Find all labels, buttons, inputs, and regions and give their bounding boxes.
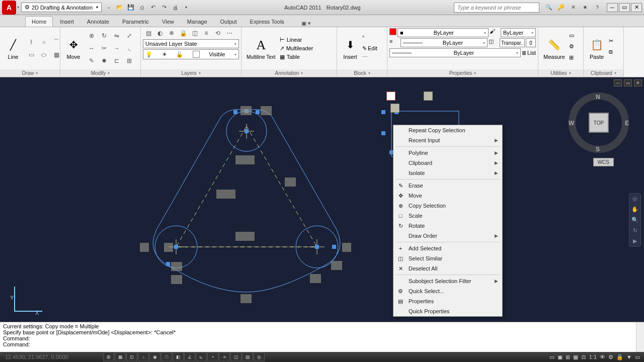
viewcube[interactable]: TOP N E S W	[569, 93, 629, 153]
close-button[interactable]: ✕	[631, 3, 642, 12]
ctx-isolate[interactable]: Isolate▶	[393, 168, 502, 178]
tab-annotate[interactable]: Annotate	[81, 17, 115, 27]
table-button[interactable]: ▦Table	[280, 54, 313, 60]
rect-icon[interactable]: ▭	[25, 49, 37, 61]
edit-block-button[interactable]: ✎Edit	[362, 45, 377, 52]
move-button[interactable]: ✥ Move	[62, 36, 85, 61]
ctx-rotate[interactable]: ↻Rotate	[393, 221, 502, 231]
ctx-clipboard[interactable]: Clipboard▶	[393, 158, 502, 168]
ctx-polyline[interactable]: Polyline▶	[393, 148, 502, 158]
pan-icon[interactable]: ✋	[631, 206, 638, 213]
linetype-combo[interactable]: ───── ByLayer	[400, 38, 488, 47]
viewcube-e[interactable]: E	[625, 120, 629, 127]
workspace-selector[interactable]: ⚙ 2D Drafting & Annotation ▾	[21, 3, 102, 12]
array-icon[interactable]: ⊞	[123, 55, 135, 67]
match-props-icon[interactable]: 🖌	[490, 28, 500, 37]
ctx-add-selected[interactable]: +Add Selected	[393, 243, 502, 253]
lwt-icon[interactable]: ≡	[219, 352, 230, 361]
copy-clip-icon[interactable]: ⧉	[609, 49, 619, 59]
plotstyle-combo[interactable]: ───── ByLayer	[389, 48, 521, 57]
ctx-repeat-copy-selection[interactable]: Repeat Copy Selection	[393, 125, 502, 135]
exchange-icon[interactable]: ✕	[569, 3, 578, 12]
qselect-icon[interactable]: ⚙	[569, 43, 579, 53]
tpy-icon[interactable]: ◫	[230, 352, 242, 361]
insert-button[interactable]: ⬇ Insert	[339, 36, 361, 61]
viewcube-w[interactable]: W	[569, 120, 574, 127]
lineweight-combo[interactable]: ByLayer	[501, 28, 536, 37]
ribbon-toggle-icon[interactable]: ▣ ▾	[301, 20, 311, 27]
layer-state-combo[interactable]: Unsaved Layer State	[143, 39, 239, 48]
wcs-badge[interactable]: WCS	[593, 158, 614, 166]
color-combo[interactable]: ■ ByLayer	[397, 28, 489, 37]
paste-button[interactable]: 📋 Paste	[586, 36, 608, 61]
ctx-quick-properties[interactable]: Quick Properties	[393, 306, 502, 316]
explode-icon[interactable]: ✹	[98, 55, 110, 67]
transp-value[interactable]	[526, 38, 536, 47]
panel-properties-title[interactable]: Properties	[387, 69, 538, 77]
list-button[interactable]: ≣List	[522, 48, 536, 57]
print-icon[interactable]: 🖨	[170, 3, 180, 13]
copy-icon[interactable]: ⊕	[86, 30, 98, 42]
constraint-marker[interactable]	[386, 92, 395, 101]
transp-icon[interactable]: ◫	[489, 38, 499, 47]
layer-freeze-icon[interactable]: ❄	[166, 28, 177, 38]
help-icon[interactable]: ?	[593, 3, 602, 12]
annovis-icon[interactable]: 👁	[600, 354, 605, 360]
layout-button[interactable]: ▣	[557, 354, 562, 360]
linear-button[interactable]: ⊢Linear	[280, 37, 313, 43]
binoculars-icon[interactable]: 🔍	[544, 3, 553, 12]
ctx-deselect-all[interactable]: ✕Deselect All	[393, 263, 502, 274]
extend-icon[interactable]: →	[111, 42, 123, 54]
maximize-button[interactable]: ▭	[619, 3, 630, 12]
panel-layers-title[interactable]: Layers	[141, 69, 241, 77]
ctx-select-similar[interactable]: ◫Select Similar	[393, 253, 502, 263]
model-button[interactable]: ▭	[549, 354, 554, 360]
panel-modify-title[interactable]: Modify	[60, 69, 140, 77]
ellipse-icon[interactable]: ⬭	[38, 49, 50, 61]
command-line[interactable]: Current settings: Copy mode = Multiple S…	[0, 322, 644, 352]
mtext-button[interactable]: A Multiline Text	[244, 36, 279, 61]
tab-insert[interactable]: Insert	[54, 17, 80, 27]
infer-icon[interactable]: ⊞	[103, 352, 114, 361]
circle-icon[interactable]: ○	[38, 36, 50, 48]
star-icon[interactable]: ★	[581, 3, 590, 12]
cut-icon[interactable]: ✂	[609, 38, 619, 48]
cmdline-scrollbar[interactable]	[636, 322, 644, 352]
redo-icon[interactable]: ↷	[159, 3, 169, 13]
color-swatch[interactable]	[389, 28, 396, 35]
ctx-properties[interactable]: ▤Properties	[393, 296, 502, 306]
panel-utilities-title[interactable]: Utilities	[538, 69, 583, 77]
panel-clipboard-title[interactable]: Clipboard	[584, 69, 623, 77]
block-more-icon[interactable]: ⋯	[362, 54, 374, 64]
hardware-icon[interactable]: ▼	[626, 354, 632, 360]
measure-button[interactable]: 📏 Measure	[540, 36, 568, 61]
layer-lock-icon[interactable]: 🔒	[178, 28, 189, 38]
layer-off-icon[interactable]: ◐	[154, 28, 166, 38]
ctx-recent-input[interactable]: Recent Input▶	[393, 135, 502, 145]
sc-icon[interactable]: ◎	[254, 352, 265, 361]
dropdown-icon[interactable]: ▾	[181, 3, 191, 13]
snap-icon[interactable]: ▦	[115, 352, 126, 361]
ducs-icon[interactable]: ⊾	[196, 352, 207, 361]
create-block-icon[interactable]: ▫	[362, 33, 374, 43]
ctx-move[interactable]: ✥Move	[393, 191, 502, 201]
viewcube-n[interactable]: N	[596, 94, 600, 101]
tab-view[interactable]: View	[156, 17, 180, 27]
polyline-icon[interactable]: ⌇	[25, 36, 37, 48]
key-icon[interactable]: 🔑	[556, 3, 566, 12]
trim-icon[interactable]: ✂	[98, 42, 110, 54]
dyn-icon[interactable]: +	[207, 352, 218, 361]
tab-parametric[interactable]: Parametric	[116, 17, 155, 27]
annoscale-icon[interactable]: ⚖	[581, 354, 586, 360]
transp-input[interactable]	[500, 38, 525, 47]
layer-props-icon[interactable]: ▤	[143, 28, 154, 38]
app-menu-icon[interactable]: A	[2, 1, 16, 15]
stretch-icon[interactable]: ↔	[86, 42, 98, 54]
panel-draw-title[interactable]: Draw	[0, 69, 60, 77]
open-icon[interactable]: 📂	[115, 3, 125, 13]
undo-icon[interactable]: ↶	[148, 3, 158, 13]
layer-prev-icon[interactable]: ⟲	[212, 28, 223, 38]
3dosnap-icon[interactable]: ◧	[173, 352, 184, 361]
cmdline-prompt[interactable]: Command:	[3, 341, 641, 347]
scale-display[interactable]: 1:1	[589, 354, 597, 360]
